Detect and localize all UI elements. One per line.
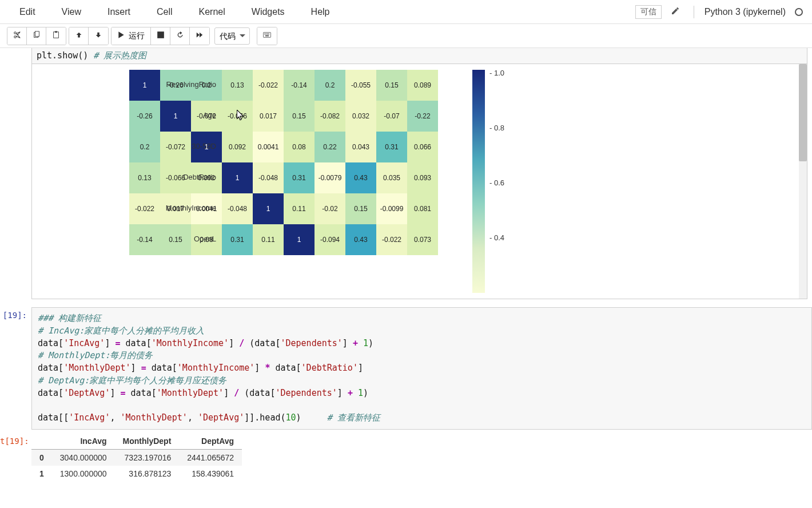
stop-icon [157, 31, 165, 41]
menu-edit[interactable]: Edit [9, 5, 46, 19]
heatmap-cell: -0.082 [315, 101, 345, 132]
heatmap-row-label: OpenL [129, 235, 221, 243]
heatmap-cell: -0.094 [315, 224, 345, 255]
output-scroll-area[interactable]: RevolvingRatioAge30-59DDebtRatioMonthlyI… [32, 64, 807, 299]
table-row: 11300.000000316.878123158.439061 [31, 466, 242, 482]
restart-icon [176, 31, 184, 41]
heatmap-cell: 0.073 [407, 224, 438, 255]
svg-rect-4 [157, 31, 164, 38]
heatmap-cell: 0.43 [345, 224, 376, 255]
svg-rect-1 [35, 31, 39, 37]
in-prompt-19: [19]: [0, 307, 31, 430]
heatmap-cell: -0.022 [376, 224, 407, 255]
fast-forward-button[interactable] [190, 27, 209, 45]
heatmap-row-label: Age [129, 111, 221, 120]
paste-icon [52, 31, 60, 41]
heatmap-cell: 0.11 [253, 224, 284, 255]
svg-rect-9 [268, 34, 269, 35]
stop-button[interactable] [151, 27, 170, 45]
heatmap-cell: 0.035 [376, 162, 407, 193]
heatmap-cell: 0.092 [222, 132, 253, 162]
heatmap-cell: 0.066 [407, 132, 438, 162]
heatmap-row-label: RevolvingRatio [129, 80, 221, 89]
out-prompt-19: t[19]: [0, 433, 31, 482]
paste-button[interactable] [46, 27, 66, 45]
divider [694, 6, 694, 18]
menu-help[interactable]: Help [301, 5, 340, 19]
heatmap-cell: -0.048 [253, 162, 284, 193]
cell-type-select[interactable]: 代码 [214, 27, 250, 45]
scissors-icon [13, 31, 21, 41]
heatmap-cell: 0.31 [284, 162, 315, 193]
output-scrollbar[interactable] [799, 64, 807, 299]
edit-icon[interactable] [671, 6, 680, 17]
arrow-up-icon [75, 31, 83, 41]
menu-widgets[interactable]: Widgets [241, 5, 295, 19]
heatmap-cell: -0.066 [222, 101, 253, 132]
heatmap-cell: 0.0041 [253, 132, 284, 162]
heatmap-cell: -0.0099 [376, 193, 407, 224]
heatmap-cell: 0.043 [345, 132, 376, 162]
arrow-down-icon [94, 31, 102, 41]
heatmap-cell: 0.43 [345, 162, 376, 193]
df-col-header: DeptAvg [179, 433, 242, 450]
heatmap-cell: 1 [284, 224, 315, 255]
run-label: 运行 [129, 31, 145, 41]
df-cell: 158.439061 [179, 466, 242, 482]
heatmap-cell: 0.15 [376, 70, 407, 101]
move-up-button[interactable] [69, 27, 89, 45]
heatmap-cell: 0.081 [407, 193, 438, 224]
heatmap-cell: 0.093 [407, 162, 438, 193]
heatmap-cell: 0.31 [376, 132, 407, 162]
heatmap-cell: -0.14 [284, 70, 315, 101]
heatmap-cell: 0.15 [284, 101, 315, 132]
code-input-19[interactable]: ### 构建新特征 # IncAvg:家庭中每个人分摊的平均月收入 data['… [31, 307, 812, 430]
menubar: Edit View Insert Cell Kernel Widgets Hel… [0, 0, 812, 24]
kernel-name[interactable]: Python 3 (ipykernel) [704, 7, 786, 17]
svg-rect-10 [265, 35, 269, 37]
heatmap-cell: 0.017 [253, 101, 284, 132]
colorbar-tick: - 0.4 [489, 233, 504, 242]
svg-rect-8 [267, 34, 268, 35]
scrollbar-thumb[interactable] [799, 64, 807, 161]
df-cell: 1300.000000 [52, 466, 115, 482]
prompt-placeholder [0, 48, 31, 299]
menu-insert[interactable]: Insert [97, 5, 141, 19]
code-line-plt-show[interactable]: plt.show() # 展示热度图 [32, 48, 807, 64]
df-row-index: 1 [31, 466, 52, 482]
run-button[interactable]: 运行 [112, 27, 151, 45]
play-icon [117, 31, 125, 41]
heatmap-cell: 0.2 [315, 70, 345, 101]
colorbar-tick: - 0.8 [489, 124, 504, 132]
heatmap-cell: 1 [253, 193, 284, 224]
df-cell: 7323.197016 [115, 449, 180, 466]
heatmap-cell: -0.048 [222, 193, 253, 224]
keyboard-icon [263, 31, 271, 41]
kernel-status-icon[interactable] [795, 8, 803, 16]
command-palette-button[interactable] [257, 27, 277, 45]
df-col-header: IncAvg [52, 433, 115, 450]
fast-forward-icon [196, 31, 204, 41]
svg-rect-5 [263, 33, 270, 38]
df-cell: 316.878123 [115, 466, 180, 482]
menu-cell[interactable]: Cell [146, 5, 183, 19]
heatmap: RevolvingRatioAge30-59DDebtRatioMonthlyI… [32, 64, 807, 255]
heatmap-cell: -0.07 [376, 101, 407, 132]
copy-button[interactable] [27, 27, 46, 45]
cut-button[interactable] [7, 27, 27, 45]
df-cell: 3040.000000 [52, 449, 115, 466]
colorbar-tick: - 0.6 [489, 178, 504, 187]
notebook-area[interactable]: plt.show() # 展示热度图 RevolvingRatioAge30-5… [0, 48, 812, 484]
move-down-button[interactable] [89, 27, 108, 45]
heatmap-row-label: DebtRatio [129, 173, 221, 181]
menu-kernel[interactable]: Kernel [189, 5, 236, 19]
colorbar-tick: - 1.0 [489, 69, 504, 77]
heatmap-cell: 0.08 [284, 132, 315, 162]
colorbar [472, 70, 485, 293]
heatmap-cell: 0.31 [222, 224, 253, 255]
trusted-indicator[interactable]: 可信 [635, 5, 662, 19]
menu-view[interactable]: View [51, 5, 91, 19]
restart-button[interactable] [170, 27, 190, 45]
heatmap-cell: 1 [222, 162, 253, 193]
heatmap-cell: -0.22 [407, 101, 438, 132]
